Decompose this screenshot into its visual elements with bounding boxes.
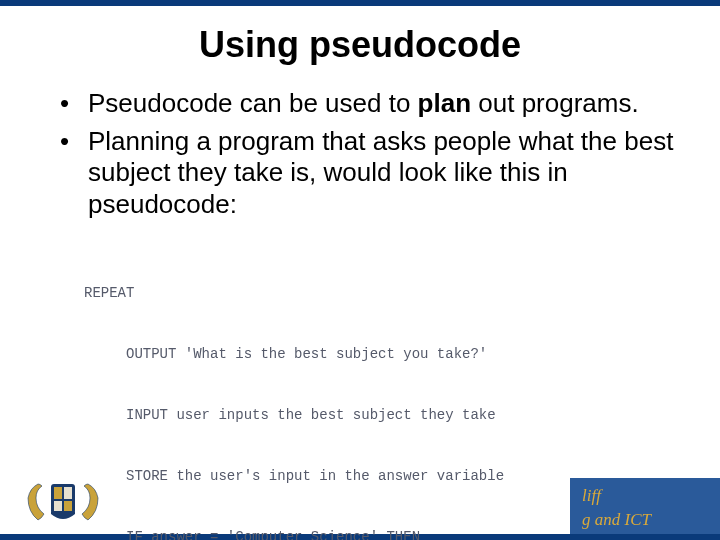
bullet-text-pre: Planning a program that asks people what…: [88, 126, 673, 219]
slide: Using pseudocode • Pseudocode can be use…: [0, 6, 720, 534]
bullet-item: • Planning a program that asks people wh…: [60, 126, 678, 221]
bullet-text: Pseudocode can be used to plan out progr…: [88, 88, 639, 120]
footer-fragment: liff g and ICT: [570, 478, 720, 534]
svg-rect-2: [64, 487, 72, 499]
bullet-text-post: out programs.: [471, 88, 639, 118]
bullet-list: • Pseudocode can be used to plan out pro…: [0, 88, 720, 221]
code-line: INPUT user inputs the best subject they …: [84, 405, 720, 425]
slide-title: Using pseudocode: [0, 6, 720, 88]
crest-logo: [18, 472, 108, 528]
code-line: REPEAT: [84, 283, 720, 303]
svg-rect-3: [54, 501, 62, 511]
bullet-text: Planning a program that asks people what…: [88, 126, 678, 221]
footer-line2: g and ICT: [582, 508, 712, 532]
bullet-item: • Pseudocode can be used to plan out pro…: [60, 88, 678, 120]
bullet-dot: •: [60, 88, 88, 120]
bullet-text-bold: plan: [418, 88, 471, 118]
bullet-dot: •: [60, 126, 88, 158]
footer-line1: liff: [582, 484, 712, 508]
code-line: OUTPUT 'What is the best subject you tak…: [84, 344, 720, 364]
svg-rect-4: [64, 501, 72, 511]
bullet-text-pre: Pseudocode can be used to: [88, 88, 418, 118]
svg-rect-1: [54, 487, 62, 499]
